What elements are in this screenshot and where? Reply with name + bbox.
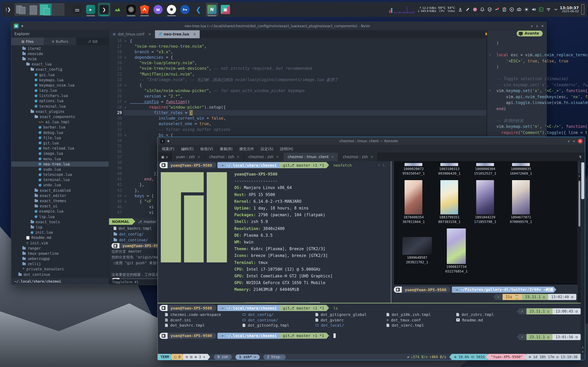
- virtual-desktop-pager[interactable]: [15, 3, 64, 16]
- digital-clock[interactable]: 13:10:372025-06-02: [560, 6, 579, 13]
- tree-item-neovide[interactable]: neovide: [11, 51, 109, 56]
- maximize-icon[interactable]: ∧: [536, 24, 538, 28]
- task-password-manager[interactable]: 🗝: [179, 3, 191, 16]
- task-target-app[interactable]: [125, 3, 137, 16]
- gallery-scrollbar[interactable]: ∧: [578, 173, 581, 303]
- tmux-session[interactable]: TERM: [158, 354, 173, 360]
- code-line-27[interactable]: config = function(): [130, 99, 546, 105]
- tree-item-init.vim[interactable]: Vinit.vim: [11, 240, 109, 246]
- tmux-pane-neofetch[interactable]: yuan@Yuan-XPS-9500▸~/.local/share/chezmo…: [158, 161, 391, 303]
- code-line-23[interactable]: -- "3rd/image.nvim", -- 先註解，因為已經由 nvim/l…: [130, 77, 546, 83]
- tree-item-exact_disabled[interactable]: exact_disabled: [11, 188, 109, 193]
- tree-item-iterm2[interactable]: iterm2: [11, 46, 109, 51]
- konsole-tab-1[interactable]: chezmoi : zsh✕: [205, 153, 244, 161]
- task-wire[interactable]: w: [152, 3, 164, 16]
- task-dolphin[interactable]: ▸: [85, 3, 97, 16]
- neotree-tab-buffers[interactable]: ≣Buffers: [44, 38, 76, 45]
- tree-item-exact_config[interactable]: exact_config: [11, 67, 109, 72]
- code-line-25[interactable]: "s1n7ax/nvim-window-picker", -- for open…: [130, 88, 546, 94]
- close-icon[interactable]: ✕: [541, 24, 544, 28]
- close-tab-icon[interactable]: ✕: [197, 155, 200, 159]
- nvim-titlebar[interactable]: N neo-tree.lua (~/.local/share/chezmoi/d…: [11, 22, 546, 30]
- pin-icon[interactable]: [21, 25, 24, 27]
- close-tab-icon[interactable]: ✕: [370, 155, 373, 159]
- tree-item-exact_tools[interactable]: exact_tools: [11, 219, 109, 225]
- menu-書籤(B)[interactable]: 書籤(B): [220, 146, 233, 151]
- tree-item-sudo.lua[interactable]: sudo.lua: [11, 167, 109, 172]
- konsole-scrollbar[interactable]: ∧ ∨: [581, 161, 585, 354]
- code-line-19[interactable]: dependencies = {: [130, 55, 546, 60]
- tmux-layout-buttons[interactable]: ⊟ ⧉ ⊞ 3 +: [183, 354, 210, 360]
- minimize-icon[interactable]: ∨: [531, 24, 533, 28]
- tree-item-ai.lua.tmpl[interactable]: </>ai.lua.tmpl: [11, 119, 109, 125]
- menu-擴充元件[interactable]: 擴充元件: [239, 146, 254, 151]
- keyboard-icon[interactable]: [517, 7, 521, 12]
- tree-item-listchars.lua[interactable]: listchars.lua: [11, 93, 109, 98]
- konsole-tab-4[interactable]: chezmoi : zsh✕: [338, 153, 378, 161]
- tree-item-exact_lua[interactable]: exact_lua: [11, 62, 109, 67]
- code-line-21[interactable]: "nvim-tree/nvim-web-devicons", -- not st…: [130, 66, 546, 71]
- wakatime-icon[interactable]: [495, 7, 499, 12]
- tmux-window-2[interactable]: 2 htop-: [263, 354, 285, 359]
- tree-item-barbar.lua[interactable]: barbar.lua: [11, 125, 109, 130]
- desktop-4[interactable]: [52, 4, 64, 15]
- tree-item-neo-tree.lua[interactable]: neo-tree.lua: [11, 161, 109, 167]
- code-line-16[interactable]: {: [130, 38, 546, 44]
- code-line-17[interactable]: "nvim-neo-tree/neo-tree.nvim",: [130, 44, 546, 49]
- tree-item-ueberzugpp[interactable]: ueberzugpp: [11, 256, 109, 261]
- thumbnail[interactable]: [512, 180, 530, 214]
- tree-item-file.lua[interactable]: file.lua: [11, 135, 109, 140]
- desktop-2[interactable]: [27, 4, 40, 15]
- code-line-28[interactable]: require("window-picker").setup({: [130, 105, 546, 110]
- buffer-tab-dot_tmux.conf[interactable]: ⚙dot_tmux.conf✕: [109, 30, 155, 38]
- menu-檢視(V)[interactable]: 檢視(V): [200, 146, 213, 151]
- task-chatgpt[interactable]: ✱: [165, 3, 178, 16]
- tree-item-ranger[interactable]: ranger: [11, 246, 109, 251]
- tree-item-lazy.lua[interactable]: lazy.lua: [11, 88, 109, 93]
- cpu-graph[interactable]: [389, 6, 392, 13]
- tree-item-gui.lua[interactable]: gui.lua: [11, 72, 109, 77]
- tree-item-git.lua[interactable]: git.lua: [11, 141, 109, 146]
- code-line-31[interactable]: autoselect_one = true,: [130, 121, 546, 127]
- tmux-window-1[interactable]: 1 zsh* ✕: [235, 354, 260, 359]
- tree-item-keymaps.lua[interactable]: keymaps.lua: [11, 77, 109, 83]
- tree-item-keymaps_nvim.lua[interactable]: keymaps_nvim.lua: [11, 83, 109, 88]
- tmux-window-0[interactable]: 0 zsh: [214, 354, 232, 359]
- download-tray-icon[interactable]: [458, 7, 462, 12]
- tree-item-exact_components[interactable]: exact_components: [11, 114, 109, 119]
- thumbnail[interactable]: [441, 180, 458, 214]
- maximize-icon[interactable]: ∧: [573, 139, 575, 143]
- scroll-down-icon[interactable]: ∨: [581, 350, 585, 353]
- app-launcher-icon[interactable]: ⁞❯: [4, 4, 13, 15]
- tmux-vertical-divider[interactable]: [391, 161, 391, 303]
- menu-編輯(E)[interactable]: 編輯(E): [181, 146, 194, 151]
- tree-item-nvim[interactable]: nvim: [11, 56, 109, 62]
- desktop-1[interactable]: [15, 4, 27, 15]
- pin-icon[interactable]: [167, 140, 170, 142]
- tree-item-exact_themes[interactable]: exact_themes: [11, 198, 109, 204]
- close-icon[interactable]: ✕: [578, 139, 582, 143]
- brightness-icon[interactable]: [524, 7, 528, 12]
- volume-icon[interactable]: [532, 7, 536, 12]
- code-line-26[interactable]: version = "2.*",: [130, 94, 546, 99]
- minimize-icon[interactable]: ∨: [568, 139, 570, 143]
- network-graph[interactable]: [394, 6, 415, 13]
- new-tab-button[interactable]: ▣∨: [158, 153, 172, 161]
- code-line-20[interactable]: "nvim-lua/plenary.nvim",: [130, 60, 546, 66]
- close-tab-icon[interactable]: ✕: [193, 32, 196, 36]
- show-desktop-button[interactable]: [581, 4, 584, 15]
- neotree-tab-files[interactable]: ▤Files: [11, 38, 44, 45]
- tree-item-exact_ui[interactable]: exact_ui: [11, 204, 109, 209]
- menu-設定(S)[interactable]: 設定(S): [261, 146, 273, 151]
- code-line-30[interactable]: include_current_win = false,: [130, 116, 546, 121]
- konsole-tab-0[interactable]: yuan : zsh✕: [172, 153, 205, 161]
- tree-item-Readme.md[interactable]: Readme.md: [11, 235, 109, 240]
- thumbnail[interactable]: [405, 180, 423, 214]
- close-tab-icon[interactable]: ✕: [148, 32, 151, 36]
- tree-item-lsp.lua[interactable]: lsp.lua: [11, 214, 109, 219]
- notifications-bell-icon[interactable]: [480, 7, 484, 12]
- tmux-pane-gallery[interactable]: 1000020072 959250547_11003100313 0939064…: [391, 161, 581, 303]
- tree-item-zellij[interactable]: zellij: [11, 261, 109, 267]
- tree-item-undo.lua[interactable]: undo.lua: [11, 183, 109, 188]
- chevron-down-icon[interactable]: [554, 7, 558, 12]
